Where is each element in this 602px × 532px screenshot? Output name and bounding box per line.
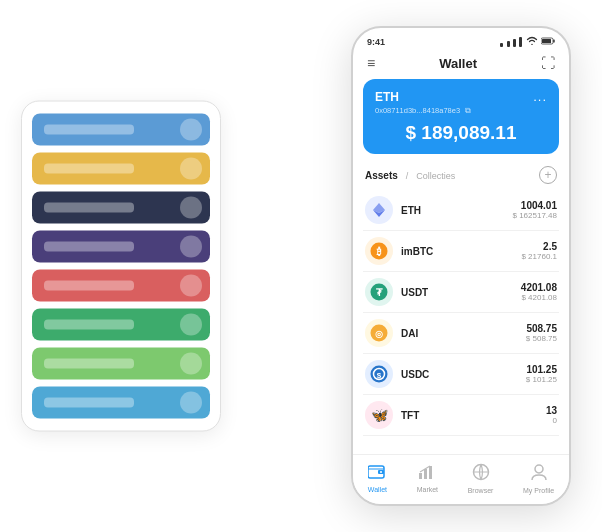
bottom-nav: Wallet Market Browser My Profile — [353, 454, 569, 504]
market-nav-label: Market — [417, 486, 438, 493]
card-icon — [180, 314, 202, 336]
eth-icon — [365, 196, 393, 224]
svg-text:$: $ — [377, 371, 382, 380]
status-time: 9:41 — [367, 37, 385, 47]
card-label — [44, 359, 134, 369]
eth-card-address: 0x08711d3b...8418a78e3 ⧉ — [375, 106, 547, 116]
eth-card-header: ETH ... — [375, 89, 547, 104]
list-item[interactable] — [32, 192, 210, 224]
scene: 9:41 — [21, 16, 581, 516]
tab-collecties[interactable]: Collecties — [416, 171, 455, 181]
asset-values: 2.5 $ 21760.1 — [521, 241, 557, 261]
svg-text:◎: ◎ — [375, 329, 383, 339]
dai-icon: ◎ — [365, 319, 393, 347]
asset-amount: 4201.08 — [521, 282, 557, 293]
page-title: Wallet — [439, 56, 477, 71]
asset-amount: 1004.01 — [513, 200, 558, 211]
svg-rect-2 — [542, 39, 551, 43]
wallet-nav-label: Wallet — [368, 486, 387, 493]
card-icon — [180, 353, 202, 375]
card-icon — [180, 236, 202, 258]
svg-rect-19 — [429, 466, 432, 479]
add-asset-button[interactable]: + — [539, 166, 557, 184]
browser-nav-icon — [472, 463, 490, 485]
asset-usd: $ 21760.1 — [521, 252, 557, 261]
asset-name: USDT — [401, 287, 521, 298]
list-item[interactable] — [32, 387, 210, 419]
copy-icon[interactable]: ⧉ — [465, 106, 471, 115]
top-nav: ≡ Wallet ⛶ — [353, 51, 569, 79]
svg-rect-1 — [553, 39, 555, 42]
market-nav-icon — [418, 464, 436, 484]
tab-slash: / — [406, 171, 409, 181]
profile-nav-label: My Profile — [523, 487, 554, 494]
nav-item-wallet[interactable]: Wallet — [368, 464, 387, 493]
eth-card-balance: $ 189,089.11 — [375, 122, 547, 144]
card-label — [44, 281, 134, 291]
signal-icon — [500, 37, 523, 47]
asset-values: 4201.08 $ 4201.08 — [521, 282, 557, 302]
card-icon — [180, 275, 202, 297]
card-label — [44, 164, 134, 174]
nav-item-browser[interactable]: Browser — [468, 463, 494, 494]
status-bar: 9:41 — [353, 28, 569, 51]
asset-values: 508.75 $ 508.75 — [526, 323, 557, 343]
card-label — [44, 242, 134, 252]
list-item[interactable] — [32, 153, 210, 185]
asset-amount: 2.5 — [521, 241, 557, 252]
asset-name: TFT — [401, 410, 546, 421]
assets-header: Assets / Collecties + — [353, 162, 569, 190]
assets-tabs: Assets / Collecties — [365, 170, 455, 181]
svg-point-21 — [535, 465, 543, 473]
card-icon — [180, 119, 202, 141]
asset-usd: $ 4201.08 — [521, 293, 557, 302]
card-label — [44, 398, 134, 408]
asset-name: ETH — [401, 205, 513, 216]
asset-values: 1004.01 $ 162517.48 — [513, 200, 558, 220]
nav-item-profile[interactable]: My Profile — [523, 463, 554, 494]
svg-text:₮: ₮ — [376, 287, 383, 298]
card-stack — [21, 101, 221, 432]
asset-amount: 101.25 — [526, 364, 557, 375]
expand-icon[interactable]: ⛶ — [541, 55, 555, 71]
asset-list: ETH 1004.01 $ 162517.48 ₿ imBTC 2.5 $ 21… — [353, 190, 569, 454]
card-label — [44, 125, 134, 135]
asset-amount: 13 — [546, 405, 557, 416]
usdc-icon: $ — [365, 360, 393, 388]
tab-assets[interactable]: Assets — [365, 170, 398, 181]
list-item[interactable] — [32, 231, 210, 263]
status-icons — [500, 36, 555, 47]
asset-name: imBTC — [401, 246, 521, 257]
card-label — [44, 203, 134, 213]
list-item[interactable] — [32, 270, 210, 302]
battery-icon — [541, 37, 555, 47]
asset-values: 101.25 $ 101.25 — [526, 364, 557, 384]
asset-amount: 508.75 — [526, 323, 557, 334]
card-icon — [180, 392, 202, 414]
eth-card[interactable]: ETH ... 0x08711d3b...8418a78e3 ⧉ $ 189,0… — [363, 79, 559, 154]
list-item[interactable] — [32, 114, 210, 146]
asset-usd: $ 508.75 — [526, 334, 557, 343]
list-item[interactable] — [32, 309, 210, 341]
table-row[interactable]: ₮ USDT 4201.08 $ 4201.08 — [363, 272, 559, 313]
svg-rect-17 — [419, 473, 422, 479]
list-item[interactable] — [32, 348, 210, 380]
menu-icon[interactable]: ≡ — [367, 55, 375, 71]
imbtc-icon: ₿ — [365, 237, 393, 265]
table-row[interactable]: 🦋 TFT 13 0 — [363, 395, 559, 436]
table-row[interactable]: ◎ DAI 508.75 $ 508.75 — [363, 313, 559, 354]
svg-point-16 — [380, 471, 382, 473]
asset-usd: 0 — [546, 416, 557, 425]
nav-item-market[interactable]: Market — [417, 464, 438, 493]
asset-values: 13 0 — [546, 405, 557, 425]
table-row[interactable]: ₿ imBTC 2.5 $ 21760.1 — [363, 231, 559, 272]
asset-usd: $ 162517.48 — [513, 211, 558, 220]
eth-card-more-button[interactable]: ... — [533, 89, 547, 104]
asset-name: DAI — [401, 328, 526, 339]
table-row[interactable]: $ USDC 101.25 $ 101.25 — [363, 354, 559, 395]
table-row[interactable]: ETH 1004.01 $ 162517.48 — [363, 190, 559, 231]
eth-card-currency: ETH — [375, 90, 399, 104]
profile-nav-icon — [530, 463, 548, 485]
asset-usd: $ 101.25 — [526, 375, 557, 384]
wallet-nav-icon — [368, 464, 386, 484]
